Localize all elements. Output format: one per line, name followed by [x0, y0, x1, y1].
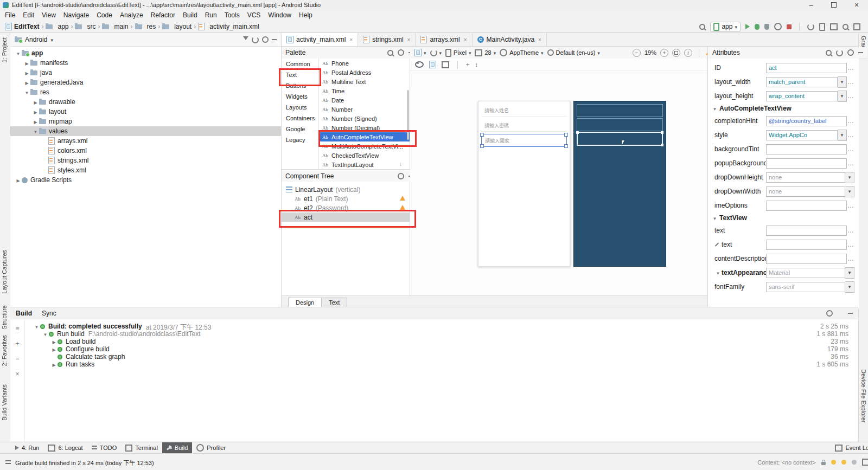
breadcrumb-layout[interactable]: layout — [162, 23, 192, 30]
hide-panel-icon[interactable] — [272, 39, 277, 40]
menu-help[interactable]: Help — [295, 10, 316, 21]
component-et2[interactable]: et2(Password) — [282, 203, 410, 213]
layout-width-input[interactable] — [766, 77, 838, 87]
run-button[interactable] — [745, 24, 750, 29]
palette-category-legacy[interactable]: Legacy — [282, 134, 318, 145]
completionhint-input[interactable] — [766, 116, 847, 126]
palette-category-common[interactable]: Common — [282, 59, 318, 69]
tab-activity-main-xml[interactable]: activity_main.xml — [282, 33, 358, 46]
more-button[interactable] — [847, 255, 854, 262]
expand-icon[interactable] — [15, 176, 22, 184]
expand-icon[interactable] — [23, 79, 30, 86]
more-button[interactable] — [847, 117, 854, 125]
toolwindow-device-file-explorer[interactable]: Device File Explorer — [860, 369, 867, 422]
zoom-fit-button[interactable] — [672, 49, 680, 57]
dropdown-arrow[interactable] — [838, 91, 847, 102]
layout-height-input[interactable] — [766, 91, 838, 101]
toolwindow-run[interactable]: 4: Run — [11, 442, 43, 453]
selection-handle[interactable] — [661, 131, 663, 134]
dropdownheight-input[interactable] — [766, 172, 845, 183]
hide-panel-icon[interactable] — [848, 313, 853, 314]
more-button[interactable] — [847, 92, 854, 100]
gear-icon[interactable] — [398, 49, 404, 56]
backgroundtint-input[interactable] — [766, 144, 847, 154]
expand-icon[interactable] — [32, 108, 39, 115]
breadcrumb-main[interactable]: main — [101, 23, 129, 30]
more-button[interactable] — [847, 64, 854, 72]
gear-icon[interactable] — [398, 173, 404, 179]
api-select[interactable]: 28 — [475, 49, 496, 56]
build-row-run-tasks[interactable]: Run tasks 1 s 605 ms — [24, 360, 858, 368]
run-configuration-select[interactable]: app — [710, 22, 741, 32]
component-et1[interactable]: et1(Plain Text) — [282, 194, 410, 203]
tree-row-manifests[interactable]: manifests — [10, 58, 281, 68]
tree-row-gradle-scripts[interactable]: Gradle Scripts — [10, 175, 281, 185]
toolwindow-structure[interactable]: Structure — [1, 305, 8, 330]
collapse-all-icon[interactable] — [15, 355, 19, 363]
pan-icon[interactable] — [466, 61, 469, 68]
close-tab-icon[interactable] — [538, 37, 541, 43]
menu-edit[interactable]: Edit — [19, 10, 38, 21]
feedback-happy-icon[interactable] — [831, 460, 836, 465]
more-button[interactable] — [847, 78, 854, 86]
tools-text-input[interactable] — [766, 240, 847, 250]
lock-icon[interactable] — [821, 462, 826, 465]
maximize-button[interactable] — [822, 0, 845, 10]
device-select[interactable]: Pixel — [445, 49, 471, 57]
avd-manager-icon[interactable] — [819, 23, 825, 31]
dropdown-arrow[interactable] — [845, 267, 854, 279]
design-surface-select[interactable] — [414, 49, 426, 56]
toolwindow-build[interactable]: Build — [162, 442, 192, 453]
toolwindow-profiler[interactable]: Profiler — [192, 442, 230, 453]
tab-mainactivity-java[interactable]: MainActivity.java — [473, 33, 547, 46]
zoom-out-button[interactable] — [633, 49, 641, 57]
textappearance-input[interactable] — [766, 268, 845, 278]
toolwindow-todo[interactable]: TODO — [87, 442, 122, 453]
design-canvas[interactable]: 請輸入姓名 請輸入密碼 請輸入國家 — [410, 59, 707, 295]
dropdown-arrow[interactable] — [845, 281, 854, 293]
blueprint-et2[interactable] — [577, 118, 663, 131]
more-button[interactable] — [847, 202, 854, 209]
palette-item-checkedtextview[interactable]: CheckedTextView — [319, 151, 410, 160]
expand-icon[interactable] — [50, 360, 58, 368]
find-icon[interactable] — [843, 24, 848, 30]
sort-icon[interactable] — [15, 325, 19, 332]
tree-row-arrays-xml[interactable]: arrays.xml — [10, 136, 281, 146]
tree-row-colors-xml[interactable]: colors.xml — [10, 146, 281, 156]
minimize-button[interactable] — [800, 0, 822, 10]
palette-item-date[interactable]: Date — [319, 95, 410, 105]
feedback-neutral-icon[interactable] — [841, 460, 846, 465]
more-button[interactable] — [847, 227, 854, 234]
toolwindow-switcher-icon[interactable] — [5, 460, 11, 465]
view-options-eye-icon[interactable] — [415, 61, 424, 68]
sdk-manager-icon[interactable] — [830, 23, 838, 30]
expand-all-icon[interactable] — [15, 340, 19, 347]
expand-icon[interactable] — [50, 338, 58, 345]
tree-row-res[interactable]: res — [10, 87, 281, 97]
palette-item-postal-address[interactable]: Postal Address — [319, 68, 410, 77]
expand-icon[interactable] — [23, 59, 30, 67]
palette-category-layouts[interactable]: Layouts — [282, 102, 318, 113]
tree-row-mipmap[interactable]: mipmap — [10, 117, 281, 126]
toolwindow-favorites[interactable]: 2: Favorites — [1, 335, 8, 366]
build-row-root[interactable]: Build: completed successfullyat 2019/3/7… — [24, 323, 858, 330]
menu-analyze[interactable]: Analyze — [116, 10, 147, 21]
expand-icon[interactable] — [32, 127, 39, 135]
menu-vcs[interactable]: VCS — [244, 10, 265, 21]
build-row-load-build[interactable]: Load build 23 ms — [24, 338, 858, 345]
switch-view-icon[interactable] — [836, 49, 843, 56]
orientation-select[interactable] — [430, 49, 442, 56]
palette-category-text[interactable]: Text — [282, 69, 318, 80]
tree-row-java[interactable]: java — [10, 68, 281, 78]
debug-button[interactable] — [755, 24, 760, 30]
expand-icon[interactable] — [32, 118, 39, 125]
stop-button[interactable] — [787, 24, 792, 29]
breadcrumb-file[interactable]: activity_main.xml — [197, 23, 259, 30]
palette-category-widgets[interactable]: Widgets — [282, 91, 318, 102]
breadcrumb-src[interactable]: src — [74, 23, 96, 30]
toolwindow-project[interactable]: 1: Project — [1, 37, 8, 62]
hide-panel-icon[interactable] — [858, 52, 863, 53]
breadcrumb-res[interactable]: res — [135, 23, 157, 30]
blueprint-et1[interactable] — [577, 104, 663, 117]
close-icon[interactable] — [15, 370, 19, 378]
